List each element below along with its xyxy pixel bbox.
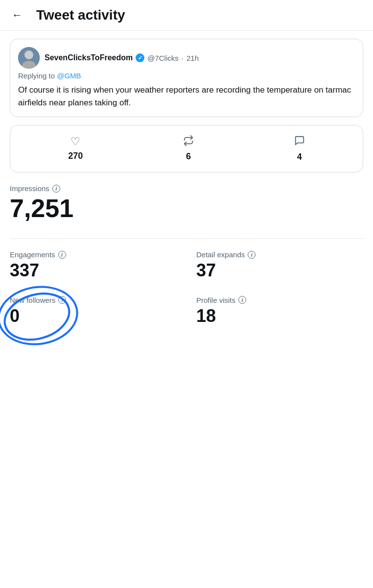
replies-stat: 4 xyxy=(294,135,305,162)
profile-visits-value: 18 xyxy=(196,306,363,326)
retweets-stat: 6 xyxy=(183,135,194,162)
tweet-card: SevenClicksToFreedom ✓ @7Clicks · 21h Re… xyxy=(10,39,363,117)
new-followers-metric: New followers i 0 xyxy=(10,296,177,326)
profile-visits-label: Profile visits xyxy=(196,296,235,304)
engagements-value: 337 xyxy=(10,261,177,280)
profile-visits-metric: Profile visits i 18 xyxy=(196,296,363,326)
divider-1 xyxy=(10,238,363,239)
retweet-icon xyxy=(183,135,194,148)
retweets-count: 6 xyxy=(186,151,191,162)
user-display-name: SevenClicksToFreedom xyxy=(45,53,133,62)
page-title: Tweet activity xyxy=(36,7,125,23)
back-button[interactable]: ← xyxy=(10,7,24,24)
main-content: SevenClicksToFreedom ✓ @7Clicks · 21h Re… xyxy=(0,31,373,349)
reply-to-handle[interactable]: @GMB xyxy=(57,72,81,80)
impressions-label-row: Impressions i xyxy=(10,184,363,193)
engagements-label: Engagements xyxy=(10,250,55,259)
svg-point-1 xyxy=(24,50,33,59)
engagements-row: Engagements i 337 Detail expands i 37 xyxy=(10,250,363,280)
user-info-row: SevenClicksToFreedom ✓ @7Clicks · 21h xyxy=(45,53,199,62)
impressions-label: Impressions xyxy=(10,184,49,193)
comment-icon xyxy=(294,135,305,149)
engagements-info-icon[interactable]: i xyxy=(58,251,66,259)
impressions-section: Impressions i 7,251 xyxy=(10,184,363,222)
user-details: SevenClicksToFreedom ✓ @7Clicks · 21h xyxy=(45,53,199,62)
new-followers-value: 0 xyxy=(10,306,66,326)
engagement-stats-card: ♡ 270 6 4 xyxy=(10,125,363,172)
heart-icon: ♡ xyxy=(70,135,80,148)
new-followers-info-icon[interactable]: i xyxy=(58,296,66,304)
tweet-timestamp: 21h xyxy=(186,54,199,62)
new-followers-container: New followers i 0 xyxy=(10,296,66,326)
engagements-label-row: Engagements i xyxy=(10,250,177,259)
reply-to-label: Replying to @GMB xyxy=(18,72,355,80)
detail-expands-info-icon[interactable]: i xyxy=(248,251,256,259)
likes-count: 270 xyxy=(68,151,83,161)
detail-expands-metric: Detail expands i 37 xyxy=(196,250,363,280)
new-followers-label-row: New followers i xyxy=(10,296,66,304)
detail-expands-label-row: Detail expands i xyxy=(196,250,363,259)
new-followers-label: New followers xyxy=(10,296,55,304)
avatar xyxy=(18,47,40,69)
impressions-value: 7,251 xyxy=(10,195,363,222)
detail-expands-label: Detail expands xyxy=(196,250,245,259)
profile-visits-label-row: Profile visits i xyxy=(196,296,363,304)
engagements-metric: Engagements i 337 xyxy=(10,250,177,280)
tweet-text: Of course it is rising when your weather… xyxy=(18,84,355,109)
tweet-time: · xyxy=(182,54,184,62)
replies-count: 4 xyxy=(297,152,302,162)
verified-badge-icon: ✓ xyxy=(136,53,144,62)
header: ← Tweet activity xyxy=(0,0,373,31)
detail-expands-value: 37 xyxy=(196,261,363,280)
tweet-user-row: SevenClicksToFreedom ✓ @7Clicks · 21h xyxy=(18,47,355,69)
followers-row: New followers i 0 Profile visits i 18 xyxy=(10,296,363,326)
profile-visits-info-icon[interactable]: i xyxy=(238,296,246,304)
impressions-info-icon[interactable]: i xyxy=(52,185,60,193)
likes-stat: ♡ 270 xyxy=(68,135,83,162)
user-handle: @7Clicks xyxy=(147,54,179,62)
avatar-image xyxy=(18,47,40,69)
